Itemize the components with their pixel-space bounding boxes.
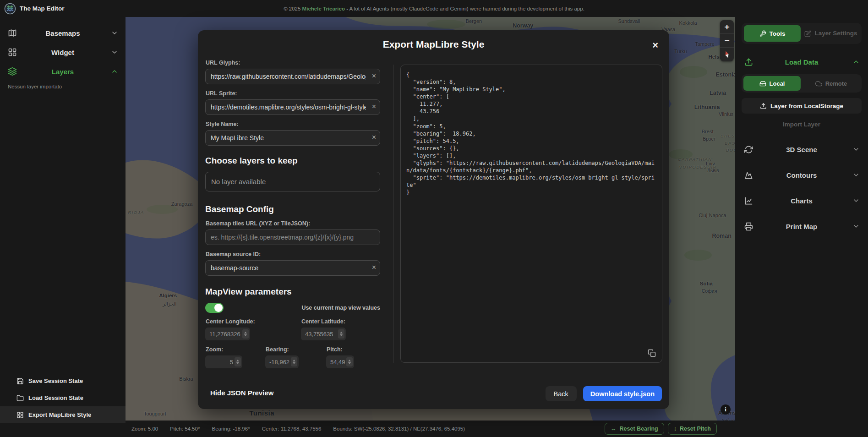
center-latitude-stepper[interactable]: 43,755635 — [301, 328, 346, 340]
load-data-label: Load Data — [742, 58, 862, 66]
layer-settings-tab-label: Layer Settings — [814, 30, 857, 37]
3d-scene-label: 3D Scene — [742, 146, 862, 153]
zoom-in-button[interactable]: + — [720, 20, 734, 34]
section-charts[interactable]: Charts — [742, 195, 862, 207]
section-3d-scene[interactable]: 3D Scene — [742, 143, 862, 155]
session-buttons: Save Session State Load Session State Ex… — [0, 372, 126, 423]
copy-icon[interactable] — [648, 349, 656, 357]
stepper-arrows-icon[interactable] — [235, 357, 241, 366]
style-name-input[interactable] — [205, 130, 380, 146]
clear-icon[interactable]: × — [372, 133, 376, 142]
tiles-url-input[interactable] — [205, 229, 380, 245]
section-print-map[interactable]: Print Map — [742, 220, 862, 232]
sidebar-item-layers[interactable]: Layers — [0, 62, 126, 81]
save-icon — [16, 377, 24, 385]
modal-footer: Hide JSON Preview Back Download style.js… — [198, 381, 669, 409]
zoom-label: Zoom: — [206, 346, 265, 353]
style-name-label: Style Name: — [206, 121, 380, 127]
url-glyphs-label: URL Glyphs: — [206, 60, 380, 66]
chevron-up-icon — [111, 68, 118, 75]
export-style-button[interactable]: Export MapLibre Style — [0, 406, 126, 423]
stepper-arrows-icon[interactable] — [346, 357, 353, 366]
folder-icon — [16, 394, 24, 402]
bearing-stepper[interactable]: -18,962 — [265, 355, 299, 368]
remote-button[interactable]: Remote — [802, 76, 860, 91]
compass-button[interactable] — [720, 48, 734, 61]
tiles-url-field — [205, 229, 380, 245]
layers-heading: Choose layers to keep — [205, 156, 380, 166]
no-layers-note: Nessun layer importato — [0, 81, 126, 89]
zoom-stepper[interactable]: 5 — [205, 355, 242, 368]
clear-icon[interactable]: × — [372, 263, 376, 272]
json-preview-text[interactable]: { "version": 8, "name": "My MapLibre Sty… — [406, 71, 656, 196]
bearing-value: -18,962 — [269, 359, 289, 366]
basemap-config-heading: Basemap Config — [205, 204, 380, 214]
clear-icon[interactable]: × — [372, 103, 376, 111]
use-current-label: Use current map view values — [301, 305, 380, 311]
modal-form: URL Glyphs: × URL Sprite: × Style Name: … — [205, 60, 380, 368]
export-style-label: Export MapLibre Style — [28, 411, 91, 418]
url-sprite-label: URL Sprite: — [206, 90, 380, 97]
map-zoom-controls: + − — [720, 20, 734, 61]
tab-layer-settings[interactable]: Layer Settings — [802, 25, 859, 42]
source-id-field: × — [205, 260, 380, 276]
url-glyphs-input[interactable] — [205, 69, 380, 84]
url-glyphs-field: × — [205, 69, 380, 84]
close-icon[interactable]: × — [652, 40, 658, 50]
chevron-down-icon — [852, 146, 860, 153]
author-link[interactable]: Michele Tricarico — [302, 6, 345, 11]
load-session-button[interactable]: Load Session State — [0, 389, 126, 406]
center-row: Center Longitude: 11,2768326 Center Lati… — [205, 318, 380, 340]
chevron-up-icon — [852, 58, 860, 66]
hide-json-button[interactable]: Hide JSON Preview — [210, 389, 273, 397]
pitch-stepper[interactable]: 54,497 — [326, 355, 354, 368]
reset-pitch-button[interactable]: ↕ Reset Pitch — [668, 423, 717, 435]
app-logo-icon — [4, 3, 16, 15]
layer-from-localstorage-button[interactable]: Layer from LocalStorage — [742, 98, 862, 114]
section-load-data[interactable]: Load Data — [742, 56, 862, 68]
url-sprite-field: × — [205, 99, 380, 115]
top-bar: © 2025 Michele Tricarico - A lot of AI A… — [0, 0, 868, 17]
export-grid-icon — [16, 411, 24, 419]
url-sprite-input[interactable] — [205, 99, 380, 115]
layer-from-localstorage-label: Layer from LocalStorage — [770, 103, 843, 109]
stepper-arrows-icon[interactable] — [338, 329, 344, 339]
status-pitch: Pitch: 54.50° — [170, 426, 200, 432]
left-sidebar: Basemaps Widget Layers Nessun layer impo… — [0, 17, 126, 437]
toggle-knob — [214, 304, 223, 312]
copyright-text: © 2025 Michele Tricarico - A lot of AI A… — [0, 6, 868, 11]
reset-bearing-label: Reset Bearing — [620, 426, 658, 432]
clear-icon[interactable]: × — [372, 72, 376, 80]
modal-divider — [393, 65, 393, 363]
section-contours[interactable]: Contours — [742, 169, 862, 181]
import-layer-label: Import Layer — [742, 121, 862, 128]
map-attribution-button[interactable]: i — [721, 404, 731, 415]
tool-tabs: Tools Layer Settings — [742, 23, 862, 44]
center-latitude-value: 43,755635 — [305, 331, 333, 338]
source-id-input[interactable] — [205, 260, 380, 276]
copyright-year: © 2025 — [284, 6, 300, 11]
back-button[interactable]: Back — [546, 386, 577, 401]
tab-tools[interactable]: Tools — [744, 25, 801, 42]
local-button[interactable]: Local — [743, 76, 801, 91]
stepper-arrows-icon[interactable] — [291, 357, 297, 366]
widget-grid-icon — [8, 48, 17, 57]
chevron-down-icon — [111, 49, 118, 56]
reset-bearing-button[interactable]: ↔ Reset Bearing — [605, 423, 664, 435]
sidebar-item-widget[interactable]: Widget — [0, 43, 126, 62]
edit-icon — [804, 30, 811, 37]
center-latitude-label: Center Latitude: — [301, 318, 380, 325]
load-session-label: Load Session State — [28, 394, 83, 401]
download-style-button[interactable]: Download style.json — [583, 386, 662, 401]
zoom-out-button[interactable]: − — [720, 34, 734, 48]
stepper-arrows-icon[interactable] — [242, 329, 249, 339]
status-bar: Zoom: 5.00 Pitch: 54.50° Bearing: -18.96… — [126, 421, 735, 437]
upload-icon — [744, 58, 753, 66]
use-current-toggle[interactable] — [205, 303, 224, 313]
save-session-button[interactable]: Save Session State — [0, 372, 126, 389]
pitch-value: 54,497 — [330, 359, 345, 366]
export-style-modal: Export MapLibre Style × URL Glyphs: × UR… — [198, 30, 669, 409]
sidebar-item-basemaps[interactable]: Basemaps — [0, 23, 126, 43]
center-longitude-stepper[interactable]: 11,2768326 — [205, 328, 250, 340]
modal-title: Export MapLibre Style — [198, 30, 669, 50]
